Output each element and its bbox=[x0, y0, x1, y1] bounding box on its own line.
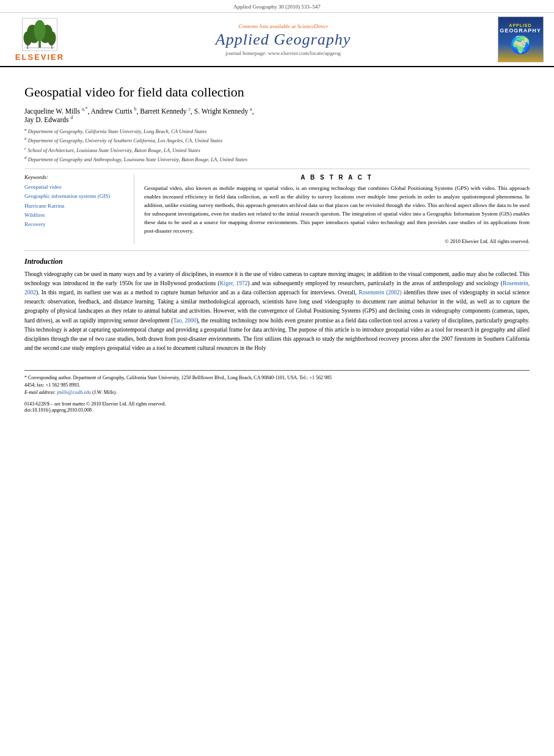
footer-doi: doi:10.1016/j.apgeog.2010.03.008 bbox=[24, 407, 530, 413]
ref-rosenstein-2002a[interactable]: Rosenstein, 2002 bbox=[24, 280, 530, 296]
journal-main-title: Applied Geography bbox=[73, 31, 493, 49]
keywords-title: Keywords: bbox=[24, 174, 128, 180]
svg-point-10 bbox=[51, 43, 53, 45]
ref-rosenstein-2002b[interactable]: Rosenstein (2002) bbox=[359, 289, 401, 296]
keywords-column: Keywords: Geospatial video Geographic in… bbox=[24, 174, 134, 244]
keywords-list: Geospatial video Geographic information … bbox=[24, 183, 128, 229]
ref-kiger[interactable]: Kiger, 1972 bbox=[220, 280, 248, 286]
svg-point-8 bbox=[26, 43, 29, 45]
footer: * Corresponding author. Department of Ge… bbox=[24, 370, 530, 413]
logo-applied-text: APPLIED bbox=[509, 23, 531, 27]
elsevier-logo: ELSEVIER bbox=[15, 18, 64, 62]
citation-text: Applied Geography 30 (2010) 533–547 bbox=[233, 4, 320, 10]
elsevier-tree-icon bbox=[21, 18, 58, 51]
header-divider bbox=[24, 169, 530, 169]
footnote-email-suffix: (J.W. Mills). bbox=[91, 390, 117, 395]
page: Applied Geography 30 (2010) 533–547 bbox=[0, 0, 554, 756]
svg-rect-1 bbox=[38, 40, 41, 48]
journal-homepage-url: journal homepage: www.elsevier.com/locat… bbox=[73, 50, 493, 56]
sciencedirect-label: Contents lists available at ScienceDirec… bbox=[73, 23, 493, 29]
keyword-recovery: Recovery bbox=[24, 220, 128, 229]
abstract-divider bbox=[24, 250, 530, 251]
authors-line: Jacqueline W. Mills a,*, Andrew Curtis b… bbox=[24, 106, 530, 123]
elsevier-logo-area: ELSEVIER bbox=[6, 18, 73, 62]
journal-citation: Applied Geography 30 (2010) 533–547 bbox=[0, 0, 554, 13]
footer-bottom: 0143-6228/$ – see front matter © 2010 El… bbox=[24, 401, 530, 413]
footnote-star: * Corresponding author. Department of Ge… bbox=[24, 375, 332, 380]
journal-header: ELSEVIER Contents lists available at Sci… bbox=[0, 13, 554, 67]
svg-point-4 bbox=[34, 20, 46, 40]
affiliation-b: b Department of Geography, University of… bbox=[24, 136, 530, 145]
affiliations: a Department of Geography, California St… bbox=[24, 126, 530, 164]
keyword-gis: Geographic information systems (GIS) bbox=[24, 192, 128, 201]
abstract-text: Geospatial video, also known as mobile m… bbox=[144, 184, 530, 236]
abstract-column: A B S T R A C T Geospatial video, also k… bbox=[144, 174, 530, 244]
article-title: Geospatial video for field data collecti… bbox=[24, 84, 530, 100]
sciencedirect-link-text[interactable]: ScienceDirect bbox=[297, 23, 327, 29]
introduction-paragraph-1: Though videography can be used in many w… bbox=[24, 270, 530, 354]
journal-title-area: Contents lists available at ScienceDirec… bbox=[73, 23, 493, 56]
globe-icon: 🌍 bbox=[510, 35, 531, 55]
article-content: Geospatial video for field data collecti… bbox=[0, 67, 554, 364]
footer-issn: 0143-6228/$ – see front matter © 2010 El… bbox=[24, 401, 530, 407]
introduction-heading: Introduction bbox=[24, 257, 530, 266]
keyword-hurricane-katrina: Hurricane Katrina bbox=[24, 202, 128, 211]
affiliation-c: c School of Architecture, Louisiana Stat… bbox=[24, 145, 530, 154]
affiliation-d: d Department of Geography and Anthropolo… bbox=[24, 154, 530, 164]
footnote-corresponding: * Corresponding author. Department of Ge… bbox=[24, 374, 530, 396]
keyword-geospatial-video: Geospatial video bbox=[24, 183, 128, 192]
elsevier-wordmark: ELSEVIER bbox=[15, 53, 64, 62]
logo-geography-text: GEOGRAPHY bbox=[500, 27, 541, 34]
journal-logo-area: APPLIED GEOGRAPHY 🌍 bbox=[493, 16, 548, 62]
applied-geography-logo: APPLIED GEOGRAPHY 🌍 bbox=[498, 16, 544, 62]
abstract-section: Keywords: Geospatial video Geographic in… bbox=[24, 174, 530, 244]
keyword-wildfires: Wildfires bbox=[24, 211, 128, 220]
abstract-copyright: © 2010 Elsevier Ltd. All rights reserved… bbox=[144, 238, 530, 244]
footnote-email[interactable]: jmills@csulb.edu bbox=[57, 390, 91, 395]
footnote-email-label: E-mail address: bbox=[24, 390, 57, 395]
footnote-fax: 4454; fax: +1 562 985 8993. bbox=[24, 382, 80, 388]
affiliation-a: a Department of Geography, California St… bbox=[24, 126, 530, 136]
ref-tao-2000[interactable]: Tao, 2000 bbox=[173, 318, 196, 324]
abstract-heading: A B S T R A C T bbox=[144, 174, 530, 181]
contents-label: Contents lists available at bbox=[238, 23, 296, 29]
